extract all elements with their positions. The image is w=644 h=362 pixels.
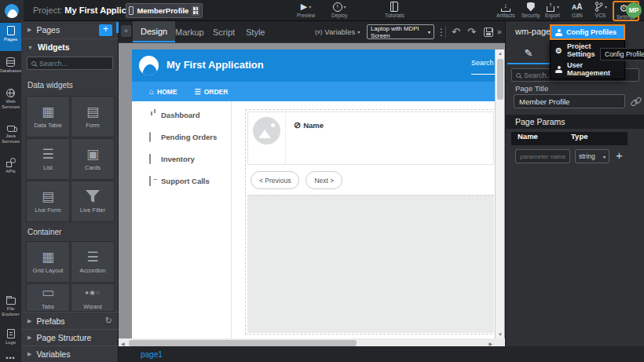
wizard-icon: ●◉○ (85, 286, 101, 300)
app-search-link[interactable]: Search (471, 59, 495, 75)
page-structure-section-header[interactable]: ▶ Page Structure (21, 329, 119, 346)
search-icon (31, 61, 36, 66)
widget-search-box[interactable]: Search... (27, 57, 113, 70)
rail-item-pages[interactable]: Pages (0, 23, 21, 51)
widget-accordion[interactable]: ☰Accordion (71, 241, 115, 283)
refresh-icon[interactable]: ↻ (105, 316, 112, 326)
prefabs-section-header[interactable]: ▶ Prefabs ↻ (21, 312, 119, 329)
open-page-tab[interactable]: page1 (141, 350, 163, 359)
rail-item-apis[interactable]: APIs (0, 155, 21, 183)
nav-home[interactable]: ⌂HOME (149, 87, 177, 96)
redo-button[interactable]: ↷ (467, 21, 476, 42)
expand-right-panel-button[interactable]: » (497, 21, 502, 42)
design-canvas: My First Application Search ⌂HOME ☰ORDER… (119, 42, 505, 346)
preview-button[interactable]: ▶▾ Preview (297, 2, 315, 18)
save-button[interactable] (484, 21, 493, 42)
export-icon: ↑▾ (546, 2, 559, 12)
widget-cards[interactable]: ▣Cards (71, 138, 115, 180)
pagination: < Previous Next > (251, 171, 342, 189)
widgets-section-header[interactable]: ▼ Widgets (21, 38, 119, 55)
inventory-tag-icon (145, 155, 154, 163)
user-avatar[interactable]: MP (626, 2, 642, 18)
widget-live-filter[interactable]: Live Filter (71, 181, 115, 222)
data-widgets-header: Data widgets (21, 76, 119, 93)
rail-item-logs[interactable]: Logs (0, 326, 21, 354)
left-rail: Pages Databases Web Services Java Servic… (0, 21, 21, 362)
rail-item-file-explorer[interactable]: File Explorer (0, 292, 21, 324)
accordion-icon: ☰ (86, 250, 98, 264)
wavemaker-logo[interactable] (0, 0, 24, 21)
menu-pending-orders[interactable]: Pending Orders (145, 133, 217, 141)
left-panel: ▶ Pages + ▼ Widgets Search... Data widge… (21, 21, 119, 362)
export-button[interactable]: ↑▾ Export (545, 2, 560, 18)
cards-icon: ▣ (86, 147, 99, 161)
vertical-scroll-thumb[interactable] (497, 59, 503, 100)
list-widget-container[interactable]: ⊘ Name < Previous Next > (245, 109, 495, 335)
widget-form[interactable]: ▤Form (71, 96, 115, 137)
app-side-menu: Dashboard Pending Orders Inventory Suppo… (132, 101, 232, 338)
variables-icon: (x) (315, 28, 322, 35)
more-dots-icon: ••• (5, 354, 15, 362)
tab-style[interactable]: Style (238, 21, 273, 42)
param-type-column: Type (571, 132, 587, 145)
widget-list[interactable]: ☰List (26, 138, 70, 180)
artifacts-button[interactable]: ↓ Artifacts (496, 2, 514, 18)
previous-button[interactable]: < Previous (251, 171, 299, 189)
add-page-button[interactable]: + (99, 24, 112, 36)
deploy-icon: ↑▾ (333, 2, 346, 12)
security-button[interactable]: Security (521, 2, 540, 18)
pencil-icon: ✎ (525, 47, 533, 59)
param-name-column: Name (518, 132, 571, 145)
collapsed-arrow-icon: ▶ (27, 27, 31, 33)
canvas-vertical-scrollbar[interactable]: ▲ ▼ (495, 49, 504, 338)
i18n-button[interactable]: ᴀA I18N (572, 2, 583, 18)
menu-item-user-management[interactable]: User Management (551, 60, 624, 79)
project-settings-gear-icon: ⚙ (555, 46, 562, 55)
scroll-down-icon[interactable]: ▼ (496, 332, 505, 337)
logs-icon (7, 329, 15, 338)
device-selector[interactable]: Laptop with MDPI Screen ▾ (367, 24, 434, 39)
list-item-template[interactable]: ⊘ Name (247, 112, 494, 165)
menu-support-calls[interactable]: Support Calls (145, 177, 210, 185)
rail-more-button[interactable]: ••• (0, 351, 21, 360)
menu-item-config-profiles[interactable]: Config Profiles (550, 24, 625, 40)
param-type-select[interactable]: string ▾ (575, 149, 609, 163)
home-icon: ⌂ (149, 87, 154, 96)
page-icon (129, 6, 134, 15)
next-button[interactable]: Next > (306, 171, 342, 189)
collapse-panel-button[interactable]: « (121, 25, 131, 37)
variables-section-header[interactable]: ▶ Variables (21, 346, 119, 362)
param-name-input[interactable] (515, 149, 570, 163)
horizontal-scroll-thumb[interactable] (129, 340, 357, 346)
menu-dashboard[interactable]: Dashboard (145, 111, 200, 119)
deploy-button[interactable]: ↑▾ Deploy (331, 2, 347, 18)
widget-grid-layout[interactable]: ▦Grid Layout (26, 241, 70, 283)
nav-order[interactable]: ☰ORDER (195, 88, 229, 96)
vcs-button[interactable]: ▾ VCS (594, 2, 607, 18)
page-selector[interactable]: MemberProfile (126, 3, 203, 18)
widget-wizard[interactable]: ●◉○Wizard (71, 283, 115, 312)
empty-content-area[interactable] (247, 195, 494, 333)
rail-item-databases[interactable]: Databases (0, 54, 21, 82)
name-field[interactable]: ⊘ Name (294, 120, 324, 130)
bind-link-icon[interactable] (631, 97, 640, 106)
pages-grid-icon[interactable] (192, 5, 199, 16)
wavemaker-studio: Project: My First Application 〉 MemberPr… (0, 0, 644, 362)
tab-script[interactable]: Script (205, 21, 243, 42)
add-param-button[interactable]: + (616, 148, 623, 162)
rail-item-java-services[interactable]: Java Services (0, 120, 21, 152)
page-title-input[interactable] (514, 94, 625, 108)
pages-section-header[interactable]: ▶ Pages + (21, 21, 119, 38)
undo-button[interactable]: ↶ (452, 21, 460, 42)
tutorials-button[interactable]: Tutorials (385, 2, 404, 18)
databases-icon (6, 57, 15, 67)
file-explorer-folder-icon (6, 298, 16, 305)
variables-dropdown[interactable]: (x) Variables ▾ (315, 21, 360, 42)
widget-tabs[interactable]: ▭Tabs (26, 283, 70, 312)
scroll-up-icon[interactable]: ▲ (496, 51, 505, 56)
widget-data-table[interactable]: ▦Data Table (26, 96, 70, 137)
rail-item-web-services[interactable]: Web Services (0, 86, 21, 117)
tab-properties-edit[interactable]: ✎ (507, 42, 550, 64)
menu-inventory[interactable]: Inventory (145, 155, 195, 163)
widget-live-form[interactable]: ▤Live Form (26, 181, 70, 222)
